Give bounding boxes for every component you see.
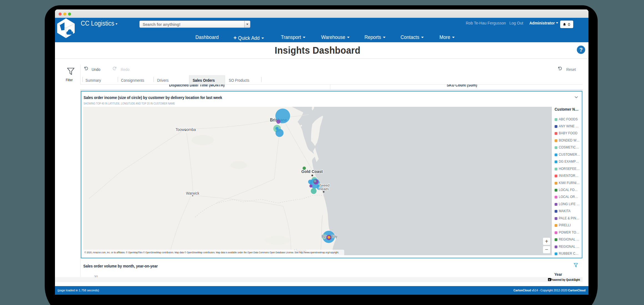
- svg-text:Toowoomba: Toowoomba: [176, 127, 196, 132]
- svg-text:Warwick: Warwick: [186, 191, 200, 195]
- svg-text:Heads: Heads: [319, 187, 329, 191]
